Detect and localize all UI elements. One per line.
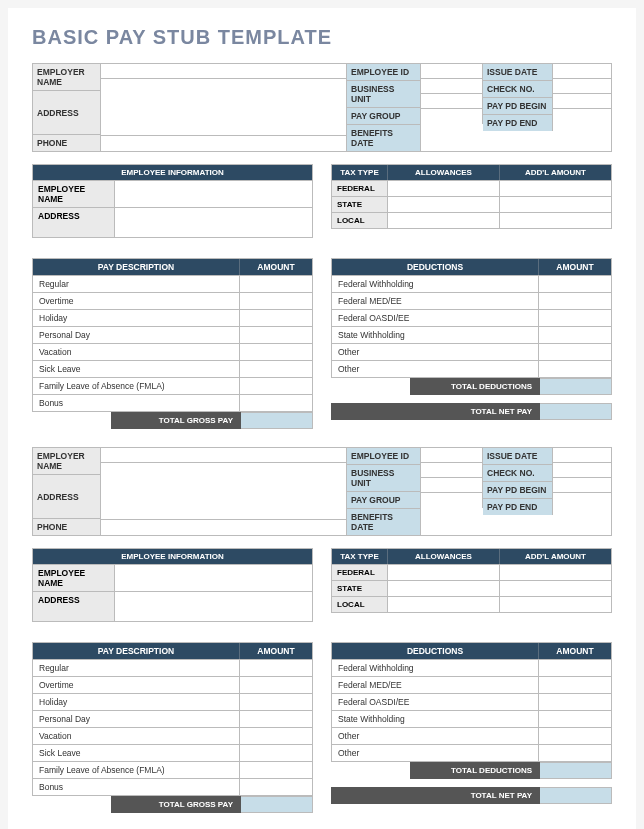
th-pay-desc: PAY DESCRIPTION — [33, 259, 240, 275]
lbl-employer-name: EMPLOYER NAME — [33, 64, 101, 91]
val-emp-name — [115, 180, 312, 207]
total-gross-row: TOTAL GROSS PAY — [32, 412, 313, 429]
lbl-pay-pd-begin: PAY PD BEGIN — [483, 98, 553, 115]
lbl-pay-pd-end: PAY PD END — [483, 115, 553, 131]
val-check-no — [553, 79, 611, 94]
val-business-unit — [421, 79, 483, 94]
empinfo-header: EMPLOYEE INFORMATION — [33, 165, 312, 180]
tax-state: STATE — [332, 196, 388, 212]
lbl-phone: PHONE — [33, 519, 101, 535]
th-ded-desc: DEDUCTIONS — [332, 259, 539, 275]
pay-row: Sick Leave — [33, 360, 240, 377]
ded-row: Federal MED/EE — [332, 292, 539, 309]
val-employee-id — [421, 64, 483, 79]
ded-row: Federal Withholding — [332, 275, 539, 292]
val-benefits-date — [421, 109, 483, 124]
tax-table: TAX TYPE ALLOWANCES ADD'L AMOUNT FEDERAL… — [331, 548, 612, 613]
lbl-total-gross: TOTAL GROSS PAY — [111, 412, 241, 429]
tax-local: LOCAL — [332, 212, 388, 228]
tax-federal: FEDERAL — [332, 180, 388, 196]
val-pay-pd-begin — [553, 94, 611, 109]
th-pay-amt: AMOUNT — [240, 259, 312, 275]
lbl-emp-name: EMPLOYEE NAME — [33, 180, 115, 207]
employer-header: EMPLOYER NAME ADDRESS PHONE EMPLOYEE ID … — [32, 447, 612, 536]
th-allowances: ALLOWANCES — [388, 165, 500, 180]
ded-row: Federal OASDI/EE — [332, 309, 539, 326]
lbl-total-ded: TOTAL DEDUCTIONS — [410, 378, 540, 395]
ded-row: Other — [332, 343, 539, 360]
pay-table: PAY DESCRIPTIONAMOUNT Regular Overtime H… — [32, 258, 313, 412]
page-title: BASIC PAY STUB TEMPLATE — [32, 26, 612, 49]
lbl-total-net: TOTAL NET PAY — [331, 403, 540, 420]
val-issue-date — [553, 64, 611, 79]
tax-table: TAX TYPE ALLOWANCES ADD'L AMOUNT FEDERAL… — [331, 164, 612, 229]
val-total-gross — [241, 412, 313, 429]
total-net-row: TOTAL NET PAY — [331, 403, 612, 420]
pay-row: Family Leave of Absence (FMLA) — [33, 377, 240, 394]
employee-info: EMPLOYEE INFORMATION EMPLOYEE NAME ADDRE… — [32, 164, 313, 238]
lbl-check-no: CHECK NO. — [483, 81, 553, 98]
val-pay-group — [421, 94, 483, 109]
val-total-ded — [540, 378, 612, 395]
paystub-1: EMPLOYER NAME ADDRESS PHONE EMPLOYEE ID … — [32, 63, 612, 429]
ded-row: State Withholding — [332, 326, 539, 343]
lbl-benefits-date: BENEFITS DATE — [347, 125, 421, 151]
lbl-employer-name: EMPLOYER NAME — [33, 448, 101, 475]
employee-info: EMPLOYEE INFORMATION EMPLOYEE NAME ADDRE… — [32, 548, 313, 622]
ded-row: Other — [332, 360, 539, 377]
lbl-address: ADDRESS — [33, 91, 101, 135]
lbl-employee-id: EMPLOYEE ID — [347, 64, 421, 81]
th-tax-type: TAX TYPE — [332, 165, 388, 180]
employer-header: EMPLOYER NAME ADDRESS PHONE EMPLOYEE ID … — [32, 63, 612, 152]
lbl-business-unit: BUSINESS UNIT — [347, 81, 421, 108]
page: BASIC PAY STUB TEMPLATE EMPLOYER NAME AD… — [8, 8, 636, 829]
lbl-emp-address: ADDRESS — [33, 207, 115, 237]
val-employer-name — [101, 64, 347, 79]
lbl-address: ADDRESS — [33, 475, 101, 519]
total-deductions-row: TOTAL DEDUCTIONS — [331, 378, 612, 395]
pay-row: Holiday — [33, 309, 240, 326]
val-total-net — [540, 403, 612, 420]
lbl-issue-date: ISSUE DATE — [483, 64, 553, 81]
pay-row: Vacation — [33, 343, 240, 360]
pay-row: Bonus — [33, 394, 240, 411]
val-phone — [101, 136, 347, 151]
val-address — [101, 79, 347, 136]
th-ded-amt: AMOUNT — [539, 259, 611, 275]
val-emp-address — [115, 207, 312, 237]
lbl-phone: PHONE — [33, 135, 101, 151]
paystub-2: EMPLOYER NAME ADDRESS PHONE EMPLOYEE ID … — [32, 447, 612, 813]
lbl-pay-group: PAY GROUP — [347, 108, 421, 125]
pay-row: Regular — [33, 275, 240, 292]
pay-row: Personal Day — [33, 326, 240, 343]
deductions-table: DEDUCTIONSAMOUNT Federal Withholding Fed… — [331, 642, 612, 762]
deductions-table: DEDUCTIONSAMOUNT Federal Withholding Fed… — [331, 258, 612, 378]
th-addl-amount: ADD'L AMOUNT — [500, 165, 611, 180]
pay-table: PAY DESCRIPTIONAMOUNT Regular Overtime H… — [32, 642, 313, 796]
val-pay-pd-end — [553, 109, 611, 124]
pay-row: Overtime — [33, 292, 240, 309]
